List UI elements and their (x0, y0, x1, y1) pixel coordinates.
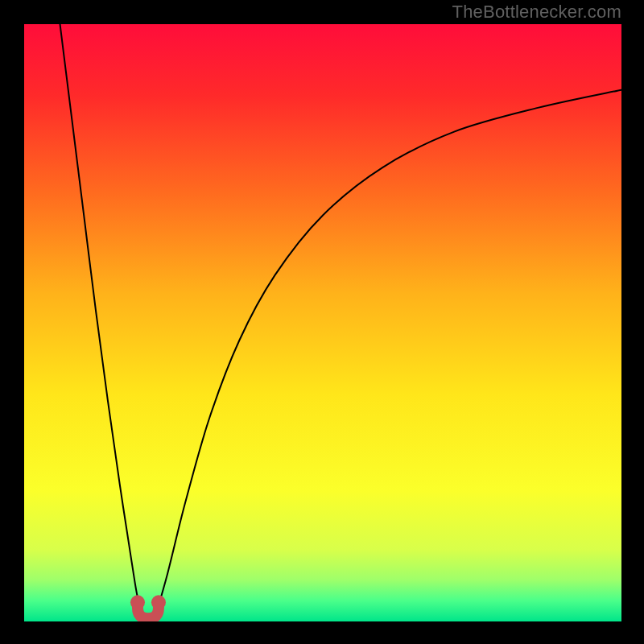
watermark-text: TheBottlenecker.com (452, 2, 621, 23)
chart-svg (24, 24, 621, 621)
chart-frame: TheBottlenecker.com (0, 0, 644, 644)
minimum-marker-dot-2 (151, 595, 166, 609)
plot-area (24, 24, 621, 621)
gradient-background (24, 24, 621, 621)
minimum-marker-dot-1 (130, 595, 145, 609)
